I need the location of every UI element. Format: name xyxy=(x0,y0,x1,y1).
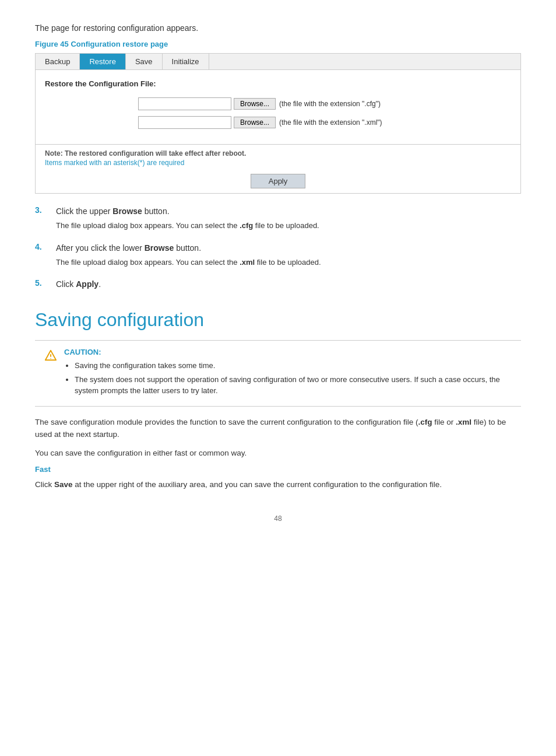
saving-config-heading: Saving configuration xyxy=(35,309,521,331)
caution-list: Saving the configuration takes some time… xyxy=(64,360,512,397)
tab-spacer xyxy=(209,54,520,69)
step-5-num: 5. xyxy=(35,278,56,288)
browse-xml-button[interactable]: Browse... xyxy=(234,117,276,128)
required-text: Items marked with an asterisk(*) are req… xyxy=(45,159,511,167)
body-para-2: You can save the configuration in either… xyxy=(35,447,521,460)
cfg-file-hint: (the file with the extension ".cfg") xyxy=(279,100,381,108)
step-3-num: 3. xyxy=(35,205,56,215)
step-4-main: After you click the lower Browse button. xyxy=(56,242,521,254)
section-title: Restore the Configuration File: xyxy=(45,79,511,88)
page-number: 48 xyxy=(35,514,521,523)
fast-label: Fast xyxy=(35,465,521,474)
step-3: 3. Click the upper Browse button. The fi… xyxy=(35,205,521,234)
tab-initialize[interactable]: Initialize xyxy=(163,54,209,69)
step-5-content: Click Apply. xyxy=(56,278,521,293)
caution-item-1: Saving the configuration takes some time… xyxy=(75,360,512,372)
step-3-main: Click the upper Browse button. xyxy=(56,205,521,218)
step-5-main: Click Apply. xyxy=(56,278,521,290)
xml-file-input[interactable] xyxy=(138,116,231,129)
xml-file-row: Browse... (the file with the extension "… xyxy=(138,116,511,129)
tab-backup[interactable]: Backup xyxy=(36,54,80,69)
caution-content: CAUTION: Saving the configuration takes … xyxy=(64,348,512,399)
steps-container: 3. Click the upper Browse button. The fi… xyxy=(35,205,521,293)
panel-body: Restore the Configuration File: Browse..… xyxy=(36,70,520,144)
apply-button[interactable]: Apply xyxy=(251,174,306,188)
xml-file-hint: (the file with the extension ".xml") xyxy=(279,118,382,127)
step-3-content: Click the upper Browse button. The file … xyxy=(56,205,521,234)
caution-item-2: The system does not support the operatio… xyxy=(75,374,512,397)
svg-point-2 xyxy=(50,358,51,359)
config-restore-panel: Backup Restore Save Initialize Restore t… xyxy=(35,53,521,194)
caution-label: CAUTION: xyxy=(64,348,512,356)
tab-bar: Backup Restore Save Initialize xyxy=(36,54,520,70)
step-4-sub: The file upload dialog box appears. You … xyxy=(56,257,521,268)
tab-save[interactable]: Save xyxy=(126,54,163,69)
step-4: 4. After you click the lower Browse butt… xyxy=(35,242,521,271)
caution-box: CAUTION: Saving the configuration takes … xyxy=(35,340,521,407)
caution-icon xyxy=(44,349,57,362)
note-bar: Note: The restored configuration will ta… xyxy=(36,144,520,169)
figure-label: Figure 45 Configuration restore page xyxy=(35,40,521,48)
apply-row: Apply xyxy=(36,169,520,193)
intro-text: The page for restoring configuration app… xyxy=(35,23,521,33)
step-4-content: After you click the lower Browse button.… xyxy=(56,242,521,271)
note-text: Note: The restored configuration will ta… xyxy=(45,149,511,158)
step-5: 5. Click Apply. xyxy=(35,278,521,293)
browse-cfg-button[interactable]: Browse... xyxy=(234,98,276,110)
tab-restore[interactable]: Restore xyxy=(80,54,126,69)
cfg-file-input[interactable] xyxy=(138,97,231,110)
body-para-1: The save configuration module provides t… xyxy=(35,416,521,441)
step-3-sub: The file upload dialog box appears. You … xyxy=(56,220,521,232)
fast-para: Click Save at the upper right of the aux… xyxy=(35,478,521,491)
cfg-file-row: Browse... (the file with the extension "… xyxy=(138,97,511,110)
step-4-num: 4. xyxy=(35,242,56,251)
